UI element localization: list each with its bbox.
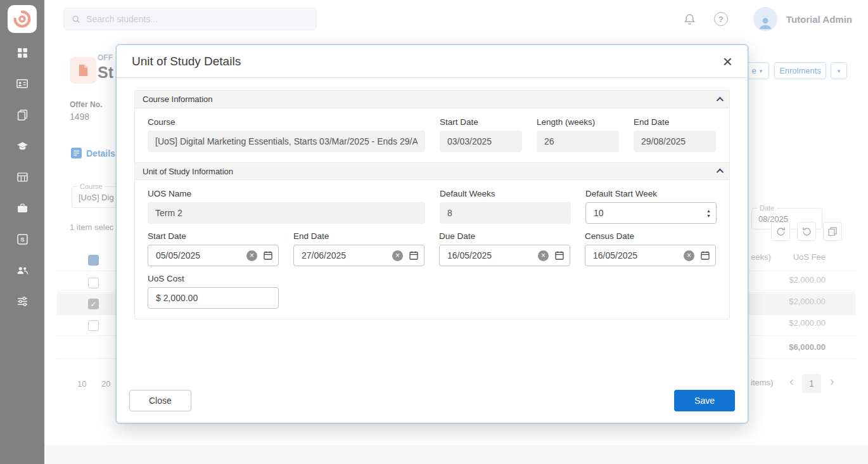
spinner-down-icon[interactable]: ▼ <box>706 214 711 218</box>
course-input <box>148 131 425 152</box>
field-course-end-date: End Date <box>634 117 716 152</box>
default-start-week-label: Default Start Week <box>585 189 717 198</box>
field-course: Course <box>148 117 425 152</box>
length-weeks-input <box>537 131 619 152</box>
clear-icon[interactable]: × <box>246 250 257 261</box>
due-date-input[interactable] <box>447 250 532 261</box>
field-uos-cost: UoS Cost <box>148 274 279 309</box>
calendar-icon[interactable] <box>409 250 419 261</box>
uos-end-date-picker[interactable]: × <box>293 245 424 266</box>
dialog-header: Unit of Study Details × <box>117 45 748 78</box>
chevron-up-icon[interactable] <box>717 169 724 176</box>
uos-start-date-picker[interactable]: × <box>148 245 279 266</box>
section-course-body: Course Start Date Length (weeks) End Dat… <box>135 108 729 162</box>
course-end-date-input <box>634 131 716 152</box>
uos-cost-label: UoS Cost <box>148 274 279 283</box>
calendar-icon[interactable] <box>700 250 710 261</box>
field-uos-end-date: End Date × <box>293 231 424 266</box>
course-label: Course <box>148 117 425 127</box>
course-start-date-input <box>440 131 522 152</box>
section-uos-information[interactable]: Unit of Study Information <box>135 162 729 180</box>
default-start-week-input[interactable] <box>594 208 701 218</box>
default-weeks-label: Default Weeks <box>440 189 571 198</box>
field-length-weeks: Length (weeks) <box>537 117 619 152</box>
field-default-weeks: Default Weeks <box>440 189 571 224</box>
uos-cost-wrap[interactable] <box>148 287 279 309</box>
dialog-body: Course Information Course Start Date Len… <box>117 78 748 319</box>
uos-start-date-input[interactable] <box>156 250 241 261</box>
uos-name-input <box>148 202 425 224</box>
field-census-date: Census Date × <box>585 231 716 266</box>
census-date-input[interactable] <box>593 250 678 261</box>
uos-end-date-input[interactable] <box>302 250 386 261</box>
field-uos-name: UOS Name <box>148 189 425 224</box>
uos-details-dialog: Unit of Study Details × Course Informati… <box>116 44 748 423</box>
uos-name-label: UOS Name <box>148 189 425 198</box>
save-button[interactable]: Save <box>674 390 735 411</box>
clear-icon[interactable]: × <box>538 250 549 261</box>
calendar-icon[interactable] <box>554 250 565 261</box>
clear-icon[interactable]: × <box>684 250 694 261</box>
field-due-date: Due Date × <box>439 231 570 266</box>
dialog-footer: Close Save <box>129 390 735 411</box>
census-date-label: Census Date <box>585 231 716 241</box>
default-start-week-spinner[interactable]: ▲ ▼ <box>585 202 717 224</box>
census-date-picker[interactable]: × <box>585 245 716 266</box>
calendar-icon[interactable] <box>263 250 273 261</box>
section-uos-title: Unit of Study Information <box>143 167 233 176</box>
uos-cost-input[interactable] <box>156 293 273 303</box>
section-uos-body: UOS Name Default Weeks Default Start Wee… <box>135 180 729 319</box>
default-weeks-input <box>440 202 571 224</box>
due-date-picker[interactable]: × <box>439 245 570 266</box>
field-course-start-date: Start Date <box>440 117 522 152</box>
course-end-date-label: End Date <box>634 117 716 127</box>
uos-start-date-label: Start Date <box>148 231 279 241</box>
section-course-title: Course Information <box>143 94 213 104</box>
clear-icon[interactable]: × <box>392 250 403 261</box>
course-start-date-label: Start Date <box>440 117 522 127</box>
spinner-buttons: ▲ ▼ <box>706 209 711 218</box>
close-button[interactable]: Close <box>129 390 191 411</box>
close-icon[interactable]: × <box>723 53 732 70</box>
chevron-up-icon[interactable] <box>717 96 724 103</box>
section-course-information[interactable]: Course Information <box>135 91 729 108</box>
field-uos-start-date: Start Date × <box>148 231 279 266</box>
due-date-label: Due Date <box>439 231 570 241</box>
uos-end-date-label: End Date <box>293 231 424 241</box>
form-panel: Course Information Course Start Date Len… <box>134 90 730 319</box>
length-weeks-label: Length (weeks) <box>537 117 619 127</box>
spinner-up-icon[interactable]: ▲ <box>706 209 711 213</box>
dialog-title: Unit of Study Details <box>132 55 241 68</box>
field-default-start-week: Default Start Week ▲ ▼ <box>585 189 717 224</box>
